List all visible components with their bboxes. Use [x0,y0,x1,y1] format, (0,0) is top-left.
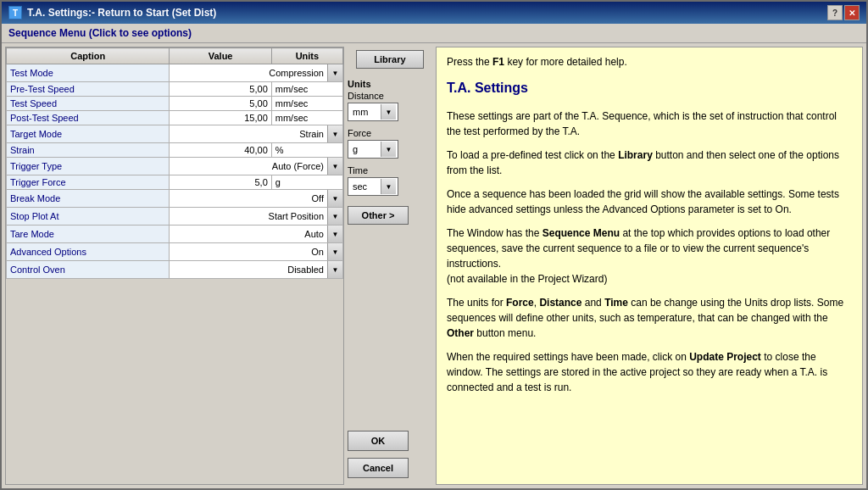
ok-button[interactable]: OK [348,431,409,451]
row-value: 40,00 [170,143,271,158]
sequence-menu[interactable]: Sequence Menu (Click to see options) [2,24,866,43]
force-dropdown[interactable]: g ▼ [348,140,398,159]
close-button[interactable]: ✕ [844,5,860,20]
cancel-button[interactable]: Cancel [348,458,409,478]
dropdown-value: Compression [170,67,327,79]
row-value[interactable]: Strain▼ [170,125,343,143]
row-units: % [271,143,342,158]
force-dropdown-arrow[interactable]: ▼ [381,142,396,157]
distance-label: Distance [348,91,432,101]
dropdown-arrow-icon[interactable]: ▼ [327,190,342,207]
force-label: Force [348,128,432,138]
table-row: Pre-Test Speed5,00mm/sec [7,82,343,97]
distance-dropdown-arrow[interactable]: ▼ [381,104,396,120]
force-value: g [350,144,381,154]
help-title: T.A. Settings [447,78,852,98]
help-para-5: When the required settings have been mad… [447,349,852,395]
units-label: Units [348,79,432,89]
row-caption[interactable]: Break Mode [7,190,170,208]
table-row: Target ModeStrain▼ [7,125,343,143]
help-para-0: These settings are part of the T.A. Sequ… [447,109,852,139]
help-panel: Press the F1 key for more detailed help.… [436,47,863,485]
dropdown-value: Strain [170,128,327,140]
settings-panel: Caption Value Units Test ModeCompression… [5,47,344,485]
dropdown-value: Start Position [170,210,327,222]
row-value[interactable]: Disabled▼ [170,261,343,279]
row-caption[interactable]: Pre-Test Speed [7,82,170,97]
library-button[interactable]: Library [356,50,424,69]
time-dropdown-arrow[interactable]: ▼ [381,179,396,194]
table-row: Test Speed5,00mm/sec [7,97,343,111]
dropdown-value: Disabled [170,264,327,276]
row-caption[interactable]: Post-Test Speed [7,111,170,125]
distance-dropdown[interactable]: mm ▼ [348,103,398,121]
dropdown-arrow-icon[interactable]: ▼ [327,261,342,278]
dropdown-arrow-icon[interactable]: ▼ [327,125,342,142]
window-title: T.A. Settings:- Return to Start (Set Dis… [27,7,216,19]
row-units: mm/sec [271,111,342,125]
distance-value: mm [350,107,381,117]
row-caption[interactable]: Strain [7,143,170,158]
table-container: Caption Value Units Test ModeCompression… [6,47,343,484]
row-caption[interactable]: Stop Plot At [7,208,170,226]
row-value: 5,00 [170,82,271,97]
dropdown-value: Auto [170,228,327,240]
row-caption[interactable]: Trigger Force [7,175,170,190]
row-value[interactable]: Start Position▼ [170,208,343,226]
help-button[interactable]: ? [827,5,843,20]
title-bar-buttons: ? ✕ [827,5,860,20]
row-value[interactable]: Auto▼ [170,226,343,243]
row-value: 5,0 [170,175,271,190]
row-units: mm/sec [271,97,342,111]
title-bar: T T.A. Settings:- Return to Start (Set D… [2,2,866,24]
table-row: Advanced OptionsOn▼ [7,243,343,261]
row-value[interactable]: Auto (Force)▼ [170,158,343,175]
row-caption[interactable]: Control Oven [7,261,170,279]
time-dropdown[interactable]: sec ▼ [348,177,398,196]
dropdown-arrow-icon[interactable]: ▼ [327,243,342,260]
dropdown-value: On [170,246,327,258]
row-caption[interactable]: Test Speed [7,97,170,111]
window-icon: T [8,6,22,19]
table-row: Trigger TypeAuto (Force)▼ [7,158,343,175]
col-units: Units [271,48,342,64]
row-units: mm/sec [271,82,342,97]
help-para-1: To load a pre-defined test click on the … [447,148,852,178]
dropdown-arrow-icon[interactable]: ▼ [327,208,342,225]
table-row: Tare ModeAuto▼ [7,226,343,243]
row-value[interactable]: On▼ [170,243,343,261]
dropdown-arrow-icon[interactable]: ▼ [327,226,342,242]
dropdown-arrow-icon[interactable]: ▼ [327,158,342,175]
col-value: Value [170,48,271,64]
row-caption[interactable]: Test Mode [7,64,170,82]
help-para-2: Once a sequence has been loaded the grid… [447,187,852,217]
row-caption[interactable]: Tare Mode [7,226,170,243]
row-units: g [271,175,342,190]
table-row: Trigger Force5,0g [7,175,343,190]
table-row: Control OvenDisabled▼ [7,261,343,279]
row-caption[interactable]: Trigger Type [7,158,170,175]
row-value[interactable]: Off▼ [170,190,343,208]
col-caption: Caption [7,48,170,64]
middle-panel: Library Units Distance mm ▼ Force g ▼ Ti… [348,47,432,485]
row-value[interactable]: Compression▼ [170,64,343,82]
row-value: 5,00 [170,97,271,111]
time-label: Time [348,165,432,175]
help-para-4: The units for Force, Distance and Time c… [447,295,852,341]
help-first-line: Press the F1 key for more detailed help. [447,54,852,70]
time-value: sec [350,181,381,192]
main-content: Caption Value Units Test ModeCompression… [2,43,866,488]
help-para-3: The Window has the Sequence Menu at the … [447,226,852,287]
other-button[interactable]: Other > [348,206,409,225]
units-section: Units Distance mm ▼ Force g ▼ Time sec ▼… [348,79,432,225]
row-caption[interactable]: Target Mode [7,125,170,143]
dropdown-value: Off [170,192,327,204]
table-row: Test ModeCompression▼ [7,64,343,82]
row-caption[interactable]: Advanced Options [7,243,170,261]
main-window: T T.A. Settings:- Return to Start (Set D… [0,0,868,490]
table-row: Strain40,00% [7,143,343,158]
table-row: Post-Test Speed15,00mm/sec [7,111,343,125]
dropdown-arrow-icon[interactable]: ▼ [327,64,342,81]
settings-table: Caption Value Units Test ModeCompression… [6,47,343,279]
help-panel-wrapper: Press the F1 key for more detailed help.… [436,47,863,485]
